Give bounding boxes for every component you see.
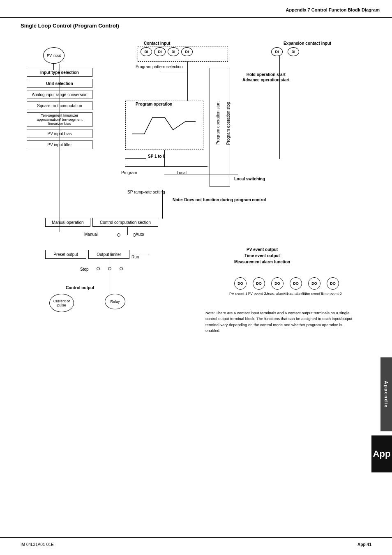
do-1: DO — [234, 277, 247, 290]
di-4: DI — [181, 47, 193, 56]
prog-op-start-stop-box — [210, 68, 230, 187]
relay: Relay — [105, 294, 125, 309]
prog-sp-hline — [125, 166, 208, 167]
page-title: Single Loop Control (Program Control) — [21, 23, 119, 29]
ramp-to-compute-hline — [129, 218, 162, 218]
sp1-to-8-label: SP 1 to 8 — [148, 154, 165, 159]
app-tab: App — [371, 435, 392, 472]
time-event-2-label: Time event 2 — [321, 292, 342, 297]
contact-hline — [160, 72, 187, 72]
output-down-vline — [109, 259, 109, 295]
do-5: DO — [308, 277, 321, 290]
sp8-line — [125, 158, 146, 159]
manual-auto-hline — [95, 227, 127, 227]
current-or-pulse: Current or pulse — [49, 294, 74, 312]
control-computation: Control computation section — [92, 218, 158, 227]
switch-circle-stop-3 — [120, 267, 123, 270]
local-switching-label: Local switching — [234, 177, 265, 181]
time-event-1-label: Time event 1 — [302, 292, 323, 297]
run-label: Run — [131, 255, 139, 259]
switch-circle-stop-1 — [97, 267, 100, 270]
output-limiter: Output limiter — [88, 250, 129, 259]
preset-output: Preset output — [45, 250, 86, 259]
di-2: DI — [154, 47, 166, 56]
pv-line-v — [53, 64, 54, 70]
manual-label: Manual — [84, 232, 98, 237]
expansion-contact-input-label: Expansion contact input — [284, 41, 331, 46]
di-5: DI — [271, 47, 283, 56]
output-run-hline — [129, 255, 150, 255]
program-operation-box — [125, 101, 203, 150]
switch-circle-2 — [133, 233, 136, 237]
pv-time-meas-label: PV event output Time event output Measur… — [234, 246, 290, 265]
left-vline — [60, 64, 60, 232]
di-6: DI — [288, 47, 299, 56]
ramp-to-compute-vline — [162, 190, 163, 219]
di-3: DI — [168, 47, 179, 56]
do-6: DO — [327, 277, 339, 290]
do-4: DO — [290, 277, 302, 290]
note-does-not-function: Note: Does not function during program c… — [173, 197, 266, 203]
auto-label: Auto — [136, 232, 144, 237]
contact-vline — [187, 62, 188, 101]
bottom-note: Note: There are 6 contact input terminal… — [205, 310, 357, 334]
do-2: DO — [253, 277, 265, 290]
appendix-tab: Appendix — [380, 357, 392, 431]
manual-operation: Manual operation — [45, 218, 90, 227]
expansion-vline — [279, 56, 280, 159]
pv-event-1-label: PV event 1 — [229, 292, 247, 297]
do-3: DO — [271, 277, 284, 290]
control-output-label: Control output — [66, 286, 94, 290]
manual-auto-vline — [127, 227, 128, 235]
program-label: Program — [121, 170, 137, 175]
switch-circle-1 — [117, 233, 120, 237]
hold-advance-label: Hold operation start Advance operation s… — [242, 72, 289, 83]
di-1: DI — [141, 47, 152, 56]
footer-left: IM 04L31A01-01E — [21, 542, 54, 547]
program-operation-label: Program operation — [136, 102, 172, 106]
program-pattern-selection-label: Program pattern selection — [136, 64, 183, 69]
pv-input: PV input — [43, 47, 65, 64]
sp-ramp-rate-label: SP ramp-rate setting — [127, 190, 165, 194]
stop-label: Stop — [80, 267, 89, 272]
page-header: Appendix 7 Control Functon Blodk Diagram — [286, 7, 380, 12]
contact-input-label: Contact input — [144, 41, 170, 46]
footer-right: App-41 — [357, 542, 371, 547]
pv-event-2-label: PV event 2 — [248, 292, 266, 297]
prog-op-vline — [164, 150, 165, 166]
